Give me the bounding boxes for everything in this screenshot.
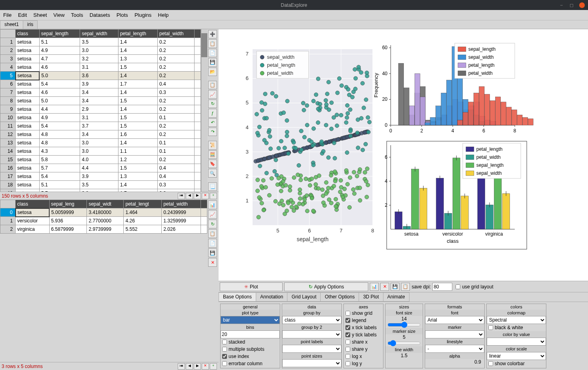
maximize-icon[interactable]: ◻ xyxy=(570,2,575,8)
table-row[interactable]: 14setosa4.33.01.10.1 xyxy=(0,147,201,156)
tool-plot-line-icon[interactable]: 📈 xyxy=(208,90,217,98)
table-row[interactable]: 15setosa5.84.01.20.2 xyxy=(0,156,201,164)
plot-tab-base-options[interactable]: Base Options xyxy=(219,292,256,302)
table-row[interactable]: 5setosa5.03.61.40.2 xyxy=(0,72,201,80)
table-row[interactable]: 11setosa5.43.71.50.2 xyxy=(0,122,201,130)
sharex-check[interactable]: share x xyxy=(344,338,383,346)
sum-col-sepal_leng[interactable]: sepal_leng xyxy=(49,200,87,208)
save-plot-icon[interactable]: 💾 xyxy=(391,283,399,291)
table-row[interactable]: 2setosa4.93.01.40.2 xyxy=(0,46,201,55)
tool-doc-icon[interactable]: 📃 xyxy=(208,182,217,191)
nav-next-icon[interactable]: ▶ xyxy=(194,193,201,199)
main-col-petal_length[interactable]: petal_length xyxy=(118,30,157,38)
menu-datasets[interactable]: Datasets xyxy=(90,12,110,18)
table-row[interactable]: 1setosa5.13.51.40.2 xyxy=(0,38,201,46)
apply-options-button[interactable]: ↻Apply Options xyxy=(284,282,369,291)
sum-nav-prev-icon[interactable]: ◀ xyxy=(186,363,193,370)
table-row[interactable]: 16setosa5.74.41.50.4 xyxy=(0,164,201,172)
main-col-class[interactable]: class xyxy=(16,30,40,38)
tool-load-icon[interactable]: 📂 xyxy=(208,68,217,76)
table-row[interactable]: 6setosa5.43.91.70.4 xyxy=(0,80,201,88)
plot-tab-annotation[interactable]: Annotation xyxy=(256,292,287,302)
colormap-select[interactable]: Spectral xyxy=(487,316,546,324)
multiple-subplots-check[interactable]: multiple subplots xyxy=(221,346,280,353)
sum-nav-first-icon[interactable]: ⏮ xyxy=(178,363,185,370)
logx-check[interactable]: log x xyxy=(344,353,383,360)
table-row[interactable]: 9setosa4.42.91.40.2 xyxy=(0,105,201,114)
table-row[interactable]: 8setosa5.03.41.50.2 xyxy=(0,97,201,105)
sum-nav-next-icon[interactable]: ▶ xyxy=(194,363,201,370)
table-row[interactable]: 3setosa4.73.21.30.2 xyxy=(0,55,201,63)
tool-redo-icon[interactable]: ↷ xyxy=(208,128,217,136)
tool-calc-icon[interactable]: 🧮 xyxy=(208,150,217,159)
sum-nav-add-icon[interactable]: + xyxy=(210,363,217,370)
sum-delete-icon[interactable]: ✕ xyxy=(208,258,217,267)
tool-function-icon[interactable]: ƒ xyxy=(208,109,217,117)
tool-copy-icon[interactable]: 📋 xyxy=(208,39,217,48)
tool-undo-icon[interactable]: ↶ xyxy=(208,118,217,127)
minimize-icon[interactable]: − xyxy=(560,2,566,8)
legend-check[interactable]: legend xyxy=(344,317,383,324)
sum-copy-icon[interactable]: 📋 xyxy=(208,229,217,238)
table-row[interactable]: 17setosa5.43.91.30.4 xyxy=(0,172,201,181)
table-row[interactable]: 4setosa4.63.11.50.2 xyxy=(0,63,201,72)
table-row[interactable]: 12setosa4.83.41.60.2 xyxy=(0,130,201,139)
menu-tools[interactable]: Tools xyxy=(71,12,83,18)
tool-filter-icon[interactable]: 🔍 xyxy=(208,169,217,177)
close-icon[interactable] xyxy=(579,2,585,8)
menu-plots[interactable]: Plots xyxy=(116,12,128,18)
plot-tab-grid-layout[interactable]: Grid Layout xyxy=(287,292,321,302)
sum-save-icon[interactable]: 💾 xyxy=(208,248,217,257)
main-vscrollbar[interactable] xyxy=(201,29,207,192)
marker-size-slider[interactable] xyxy=(387,340,421,346)
font-select[interactable]: Arial xyxy=(425,316,484,324)
point-labels-select[interactable] xyxy=(282,345,341,353)
sum-col-sepal_widt[interactable]: sepal_widt xyxy=(87,200,124,208)
show-grid-check[interactable]: show grid xyxy=(344,310,383,317)
menu-edit[interactable]: Edit xyxy=(18,12,27,18)
group-by-select[interactable]: class xyxy=(282,316,341,324)
sum-plot-icon[interactable]: 📊 xyxy=(208,200,217,209)
table-row[interactable]: 2virginica6.58799992.97399995.5522.026 xyxy=(0,225,207,234)
menu-plugins[interactable]: Plugins xyxy=(134,12,152,18)
summary-table[interactable]: classsepal_lengsepal_widtpetal_lengtpeta… xyxy=(0,200,207,234)
point-sizes-select[interactable] xyxy=(282,359,341,367)
table-row[interactable]: 0setosa5.00599993.41800001.4640.2439999 xyxy=(0,208,207,217)
tool-tag-icon[interactable]: 🔖 xyxy=(208,160,217,168)
nav-close-icon[interactable]: ✕ xyxy=(202,193,209,199)
menu-help[interactable]: Help xyxy=(158,12,169,18)
sheet-tab-iris[interactable]: iris xyxy=(23,20,38,29)
nav-first-icon[interactable]: ⏮ xyxy=(178,193,185,199)
nav-prev-icon[interactable]: ◀ xyxy=(186,193,193,199)
sum-paste-icon[interactable]: 📄 xyxy=(208,239,217,248)
xtick-check[interactable]: x tick labels xyxy=(344,324,383,331)
table-row[interactable]: 10setosa4.93.11.50.1 xyxy=(0,114,201,122)
main-col-sepal_width[interactable]: sepal_width xyxy=(80,30,118,38)
save-dpi-input[interactable] xyxy=(432,283,452,291)
tool-paste-icon[interactable]: 📄 xyxy=(208,49,217,57)
color-by-value-select[interactable] xyxy=(487,338,546,346)
ytick-check[interactable]: y tick labels xyxy=(344,331,383,338)
sum-line-icon[interactable]: 📈 xyxy=(208,210,217,219)
sum-nav-close-icon[interactable]: ✕ xyxy=(202,363,209,370)
plot-tab-3d-plot[interactable]: 3D Plot xyxy=(359,292,383,302)
logy-check[interactable]: log y xyxy=(344,360,383,367)
plot-button[interactable]: ✳Plot xyxy=(220,282,283,291)
use-grid-layout-check[interactable]: use grid layout xyxy=(454,283,495,290)
tool-refresh-icon[interactable]: ↻ xyxy=(208,100,217,108)
main-data-table[interactable]: classsepal_lengthsepal_widthpetal_length… xyxy=(0,29,201,192)
plot-tab-animate[interactable]: Animate xyxy=(383,292,409,302)
copy-plot-icon[interactable]: 📋 xyxy=(401,283,410,291)
bw-check[interactable]: black & white xyxy=(487,324,546,331)
font-size-slider[interactable] xyxy=(387,322,421,328)
table-row[interactable]: 1versicolor5.9362.77000004.261.3259999 xyxy=(0,217,207,225)
linestyle-select[interactable]: - xyxy=(425,345,484,353)
sum-col-petal_width[interactable]: petal_width xyxy=(162,200,201,208)
sharey-check[interactable]: share y xyxy=(344,346,383,353)
chart-icon[interactable]: 📊 xyxy=(370,283,379,291)
show-colorbar-check[interactable]: show colorbar xyxy=(487,360,546,367)
clear-plot-icon[interactable]: ✕ xyxy=(380,283,389,291)
sum-col-petal_lengt[interactable]: petal_lengt xyxy=(124,200,162,208)
tool-add-row-icon[interactable]: ➕ xyxy=(208,30,217,38)
sum-col-class[interactable]: class xyxy=(16,200,50,208)
